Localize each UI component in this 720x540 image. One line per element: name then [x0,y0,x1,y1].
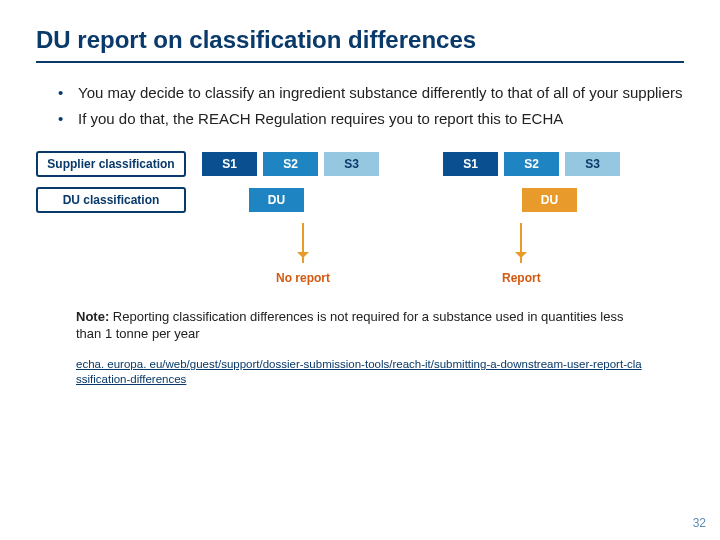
supplier-box: S3 [565,152,620,176]
slide-title: DU report on classification differences [36,26,684,63]
note-body: Reporting classification differences is … [76,309,624,341]
outcome-report: Report [502,223,541,285]
note-label: Note: [76,309,109,324]
bullet-list: You may decide to classify an ingredient… [58,83,684,130]
bullet-item: If you do that, the REACH Regulation req… [58,109,684,129]
page-number: 32 [693,516,706,530]
arrow-down-icon [520,223,522,263]
classification-diagram: Supplier classification S1 S2 S3 S1 S2 S… [36,151,684,285]
supplier-group-right: S1 S2 S3 [443,152,620,176]
du-label: DU classification [36,187,186,213]
supplier-row: Supplier classification S1 S2 S3 S1 S2 S… [36,151,684,177]
du-row: DU classification DU DU [36,187,684,213]
supplier-box: S3 [324,152,379,176]
du-box: DU [249,188,304,212]
supplier-box: S1 [443,152,498,176]
supplier-label: Supplier classification [36,151,186,177]
outcome-no-report: No report [276,223,330,285]
supplier-group-left: S1 S2 S3 [202,152,379,176]
bullet-item: You may decide to classify an ingredient… [58,83,684,103]
supplier-box: S1 [202,152,257,176]
arrow-down-icon [302,223,304,263]
slide: DU report on classification differences … [0,0,720,540]
supplier-box: S2 [263,152,318,176]
outcome-label: Report [502,271,541,285]
outcome-label: No report [276,271,330,285]
reference-link[interactable]: echa. europa. eu/web/guest/support/dossi… [76,357,646,387]
supplier-box: S2 [504,152,559,176]
du-box-diff: DU [522,188,577,212]
note-text: Note: Reporting classification differenc… [76,309,626,343]
